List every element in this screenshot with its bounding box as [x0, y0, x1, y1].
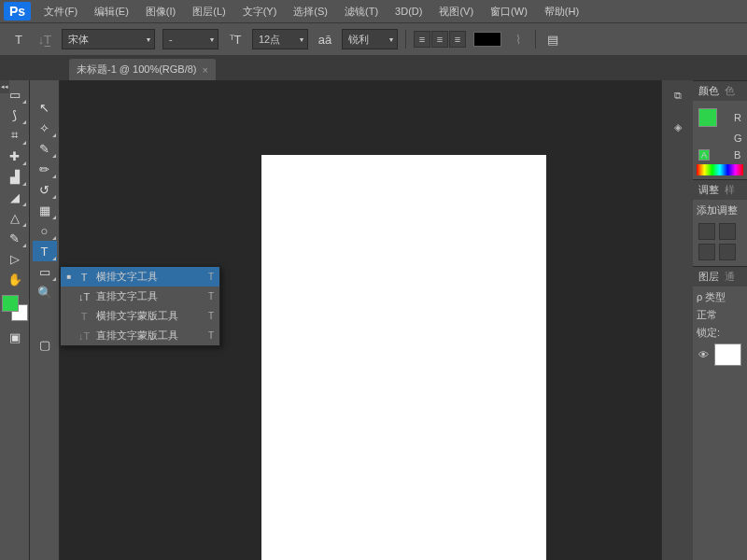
layers-tab[interactable]: 图层 通 [693, 267, 747, 287]
flyout-horizontal-type[interactable]: ■ T 横排文字工具 T [61, 267, 219, 287]
vertical-type-icon: ↓T [78, 291, 91, 302]
visibility-icon[interactable]: 👁 [698, 349, 711, 360]
flyout-vertical-type-mask[interactable]: ↓T 直排文字蒙版工具 T [61, 326, 219, 345]
pen-tool[interactable]: ✎ [3, 228, 27, 248]
canvas-area: ■ T 横排文字工具 T ↓T 直排文字工具 T T 横排文字蒙版工具 T ↓T… [60, 80, 747, 560]
divider [535, 30, 536, 49]
warp-text-icon[interactable]: ⌇ [509, 30, 528, 49]
color-panel: 颜色 色 R G AB [693, 80, 747, 179]
screenmode-icon[interactable]: ▢ [33, 334, 57, 355]
menu-select[interactable]: 选择(S) [286, 1, 335, 22]
ps-logo: Ps [4, 2, 31, 21]
flyout-vertical-type[interactable]: ↓T 直排文字工具 T [61, 287, 219, 306]
font-size-select[interactable]: 12点 [252, 29, 308, 49]
font-family-select[interactable]: 宋体 [62, 29, 155, 49]
type-tool-preset-icon[interactable]: T [9, 30, 28, 49]
menu-bar: Ps 文件(F) 编辑(E) 图像(I) 图层(L) 文字(Y) 选择(S) 滤… [0, 0, 747, 22]
text-align-group: ≡ ≡ ≡ [414, 31, 466, 48]
aa-select[interactable]: 锐利 [342, 29, 398, 49]
bullet-icon: ■ [66, 273, 72, 281]
move-tool[interactable]: ↖ [33, 97, 57, 118]
type-tool[interactable]: T [33, 241, 57, 261]
main-area: ◂◂ ▭ ⟆ ⌗ ✚ ▟ ◢ △ ✎ ▷ ✋ ▣ ↖ ✧ ✎ ✏ ↺ ▦ ○ [0, 80, 747, 560]
stamp-tool[interactable]: ▟ [3, 166, 27, 187]
close-icon[interactable]: × [203, 64, 208, 76]
marquee-tool[interactable]: ▭ [3, 84, 27, 105]
color-spectrum[interactable] [697, 164, 743, 175]
menu-window[interactable]: 窗口(W) [483, 1, 535, 22]
adjustment-icon[interactable] [719, 223, 736, 240]
gradient-tool[interactable]: ▦ [33, 200, 57, 220]
adjustments-tab[interactable]: 调整 样 [693, 180, 747, 200]
menu-file[interactable]: 文件(F) [36, 1, 85, 22]
tab-title: 未标题-1 @ 100%(RGB/8) [77, 63, 197, 77]
lock-label: 锁定: [697, 324, 743, 342]
canvas[interactable] [261, 155, 546, 560]
type-mask-icon: T [78, 311, 91, 322]
adjustment-icon[interactable] [698, 244, 715, 260]
adjustment-icon[interactable] [719, 244, 736, 260]
dodge-tool[interactable]: ○ [33, 220, 57, 241]
lasso-tool[interactable]: ⟆ [3, 105, 27, 125]
align-right-icon[interactable]: ≡ [449, 31, 466, 48]
paragraph-panel-icon[interactable]: ▤ [543, 30, 562, 49]
foreground-color[interactable] [2, 295, 19, 312]
menu-help[interactable]: 帮助(H) [537, 1, 586, 22]
color-panel-tab[interactable]: 颜色 色 [693, 81, 747, 101]
healing-tool[interactable]: ✚ [3, 146, 27, 166]
crop-tool[interactable]: ⌗ [3, 125, 27, 146]
eraser-tool[interactable]: ◢ [3, 187, 27, 207]
history-brush-tool[interactable]: ↺ [33, 179, 57, 200]
toolbox: ◂◂ ▭ ⟆ ⌗ ✚ ▟ ◢ △ ✎ ▷ ✋ ▣ ↖ ✧ ✎ ✏ ↺ ▦ ○ [0, 80, 60, 560]
magic-wand-tool[interactable]: ✧ [33, 118, 57, 138]
layer-thumbnail[interactable] [714, 343, 741, 366]
font-style-select[interactable]: - [162, 29, 218, 49]
blur-tool[interactable]: △ [3, 207, 27, 228]
vertical-type-mask-icon: ↓T [78, 330, 91, 342]
font-size-icon: ᵀT [226, 30, 245, 49]
type-icon: T [78, 272, 91, 283]
align-center-icon[interactable]: ≡ [431, 31, 448, 48]
orientation-toggle-icon[interactable]: ↓T̲ [35, 30, 54, 49]
shape-tool[interactable]: ▭ [33, 261, 57, 282]
layers-panel: 图层 通 ρ 类型 正常 锁定: 👁 [693, 266, 747, 371]
history-panel-icon[interactable]: ⧉ [669, 86, 687, 105]
quickmask-icon[interactable]: ▣ [3, 327, 27, 347]
dock-strip: ⧉ ◈ [661, 80, 693, 560]
zoom-tool[interactable]: 🔍 [33, 282, 57, 302]
divider [405, 30, 406, 49]
adjustments-hint: 添加调整 [697, 203, 743, 217]
properties-panel-icon[interactable]: ◈ [669, 118, 687, 136]
menu-type[interactable]: 文字(Y) [235, 1, 285, 22]
layer-row[interactable]: 👁 [697, 342, 743, 368]
menu-3d[interactable]: 3D(D) [388, 2, 430, 21]
eyedropper-tool[interactable]: ✎ [33, 138, 57, 159]
fg-color-large[interactable] [698, 108, 717, 127]
aa-label: aā [316, 30, 334, 49]
flyout-horizontal-type-mask[interactable]: T 横排文字蒙版工具 T [61, 306, 219, 326]
menu-image[interactable]: 图像(I) [138, 1, 183, 22]
right-dock: ⧉ ◈ 颜色 色 R G AB 调整 样 添加调整 [661, 80, 747, 560]
menu-filter[interactable]: 滤镜(T) [337, 1, 386, 22]
menu-layer[interactable]: 图层(L) [185, 1, 233, 22]
brush-tool[interactable]: ✏ [33, 159, 57, 179]
document-tabbar: 未标题-1 @ 100%(RGB/8) × [0, 56, 747, 80]
warn-icon: A [698, 149, 710, 161]
menu-view[interactable]: 视图(V) [431, 1, 481, 22]
menu-edit[interactable]: 编辑(E) [87, 1, 136, 22]
align-left-icon[interactable]: ≡ [414, 31, 430, 48]
color-swatches[interactable] [2, 295, 28, 321]
hand-tool[interactable]: ✋ [3, 269, 27, 289]
adjustment-icon[interactable] [698, 223, 715, 240]
type-tool-flyout: ■ T 横排文字工具 T ↓T 直排文字工具 T T 横排文字蒙版工具 T ↓T… [60, 266, 220, 346]
blend-mode[interactable]: 正常 [697, 306, 743, 324]
text-color-swatch[interactable] [473, 32, 501, 47]
path-select-tool[interactable]: ▷ [3, 248, 27, 269]
options-bar: T ↓T̲ 宋体 - ᵀT 12点 aā 锐利 ≡ ≡ ≡ ⌇ ▤ [0, 22, 747, 56]
adjustments-panel: 调整 样 添加调整 [693, 179, 747, 266]
document-tab[interactable]: 未标题-1 @ 100%(RGB/8) × [69, 59, 216, 80]
